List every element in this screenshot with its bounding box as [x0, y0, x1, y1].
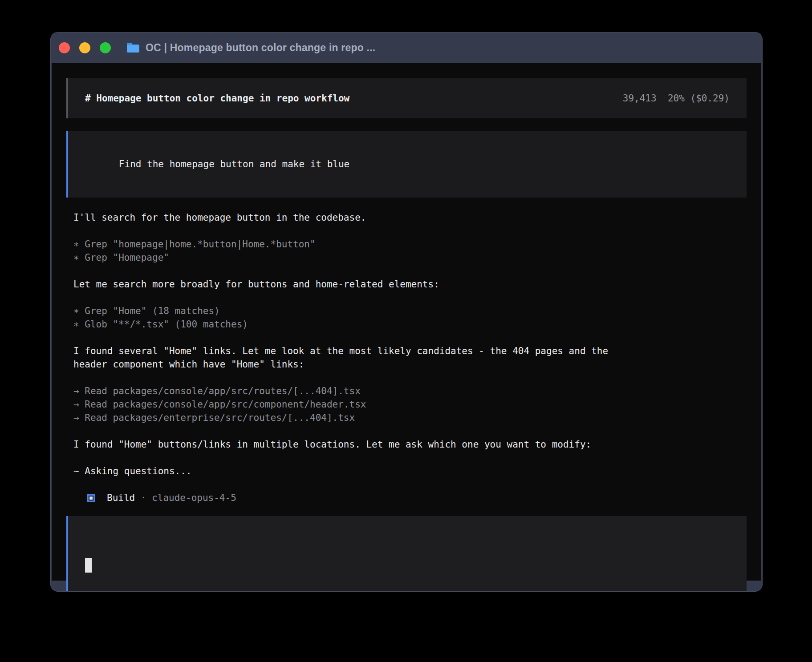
agent-status-line: Build · claude-opus-4-5 [87, 491, 747, 505]
terminal-window: OC | Homepage button color change in rep… [50, 32, 763, 592]
blank-line [73, 291, 747, 304]
agent-build-icon [87, 494, 95, 502]
blank-line [73, 424, 747, 438]
asking-questions-line: ~ Asking questions... [73, 464, 747, 478]
tool-read-line: → Read packages/console/app/src/componen… [73, 398, 747, 411]
assistant-text-line: I found several "Home" links. Let me loo… [73, 344, 747, 358]
tool-call-grep-line: ∗ Grep "Homepage" [73, 251, 747, 264]
agent-model: claude-opus-4-5 [152, 491, 236, 505]
folder-icon [126, 42, 140, 53]
agent-name: Build [107, 491, 135, 505]
user-message: Find the homepage button and make it blu… [66, 131, 747, 198]
blank-line [73, 224, 747, 238]
session-header: # Homepage button color change in repo w… [66, 78, 747, 118]
prompt-input[interactable]: Build Claude Opus 4.5 OpenCode Zen [66, 516, 747, 592]
blank-line [73, 451, 747, 464]
zoom-button[interactable] [100, 42, 111, 53]
tool-read-line: → Read packages/console/app/src/routes/[… [73, 384, 747, 398]
agent-separator: · [135, 491, 152, 505]
close-button[interactable] [59, 42, 70, 53]
tool-call-grep-line: ∗ Grep "homepage|home.*button|Home.*butt… [73, 238, 747, 251]
blank-line [73, 331, 747, 344]
user-message-text: Find the homepage button and make it blu… [119, 159, 349, 170]
assistant-text-line: I'll search for the homepage button in t… [73, 211, 747, 224]
session-stats: 39,413 20% ($0.29) [623, 92, 730, 105]
minimize-button[interactable] [79, 42, 90, 53]
tool-call-grep-line: ∗ Grep "Home" (18 matches) [73, 304, 747, 318]
tool-read-line: → Read packages/enterprise/src/routes/[.… [73, 411, 747, 424]
transcript: I'll search for the homepage button in t… [73, 211, 747, 478]
tool-call-glob-line: ∗ Glob "**/*.tsx" (100 matches) [73, 318, 747, 331]
text-cursor [85, 558, 92, 573]
blank-line [73, 264, 747, 278]
assistant-text-line: I found "Home" buttons/links in multiple… [73, 438, 747, 451]
session-title: # Homepage button color change in repo w… [85, 92, 349, 105]
blank-line [73, 371, 747, 384]
titlebar[interactable]: OC | Homepage button color change in rep… [51, 32, 762, 63]
window-title: OC | Homepage button color change in rep… [146, 42, 375, 54]
assistant-text-line: Let me search more broadly for buttons a… [73, 278, 747, 291]
assistant-text-line: header component which have "Home" links… [73, 358, 747, 371]
traffic-lights [59, 42, 111, 53]
terminal-content: # Homepage button color change in repo w… [52, 63, 761, 581]
